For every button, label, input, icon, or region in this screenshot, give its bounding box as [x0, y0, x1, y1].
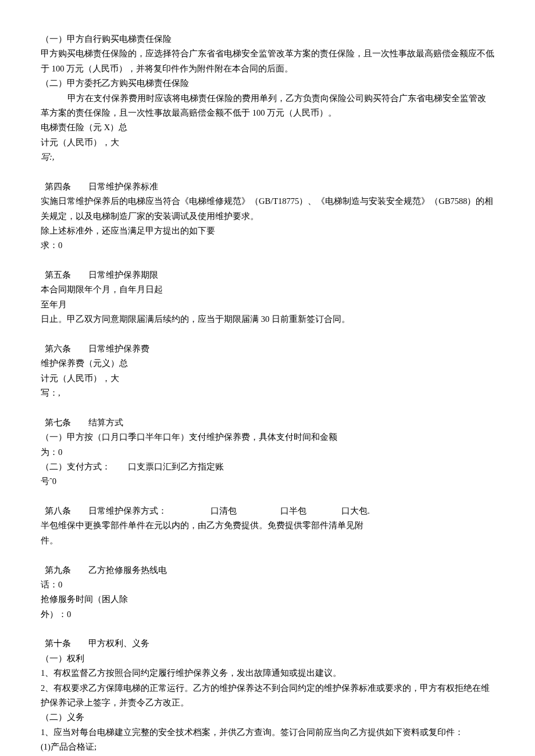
article-5-title: 日常维护保养期限 [88, 270, 158, 280]
article-7-body-4: 号ˆ0 [41, 474, 494, 489]
spacer [71, 415, 88, 430]
option-qingbao: 口清包 [211, 506, 237, 515]
spacer [71, 504, 88, 518]
article-9-title: 乙方抢修服务热线电 [88, 565, 167, 575]
article-9-body-1: 话：0 [41, 578, 494, 592]
para-1-4: 甲方在支付保养费用时应该将电梯责任保险的费用单列，乙方负责向保险公司购买符合广东… [41, 91, 494, 121]
article-8-title: 日常维护保养方式： [88, 506, 167, 515]
para-insurance-total-2: 计元（人民币），大 [41, 135, 494, 150]
article-10-duties-heading: （二）义务 [41, 710, 494, 725]
article-4-body-2: 除上述标准外，还应当满足甲方提出的如下要 [41, 224, 494, 238]
article-5-number: 第五条 [45, 270, 71, 280]
article-8-heading: 第八条 日常维护保养方式： 口清包 口半包 口大包. [41, 489, 494, 519]
article-6-body-2: 计元（人民币），大 [41, 371, 494, 386]
article-7-body-3: （二）支付方式： 口支票口汇到乙方指定账 [41, 460, 494, 474]
article-6-body-1: 维护保养费（元义）总 [41, 356, 494, 371]
spacer [167, 504, 211, 518]
spacer [71, 180, 88, 194]
article-7-body-1: （一）甲方按（口月口季口半年口年）支付维护保养费，具体支付时间和金额 [41, 430, 494, 445]
article-4-body-3: 求：0 [41, 238, 494, 253]
doc-list-item-1: (1)产品合格证; [41, 740, 494, 754]
article-10-duties-1: 1、应当对每台电梯建立完整的安全技术档案，并供乙方查询。签订合同前应当向乙方提供… [41, 725, 494, 740]
article-9-body-3: 外）：0 [41, 607, 494, 622]
para-1-3: （二）甲方委托乙方购买电梯责任保险 [41, 76, 494, 91]
article-6-title: 日常维护保养费 [88, 344, 149, 353]
article-7-heading: 第七条 结算方式 [41, 400, 494, 430]
spacer [71, 563, 88, 578]
article-4-title: 日常维护保养标准 [88, 182, 158, 191]
article-10-rights-heading: （一）权利 [41, 651, 494, 666]
article-7-number: 第七条 [45, 418, 71, 427]
option-dabao: 口大包. [341, 506, 370, 515]
article-5-body-2: 至年月 [41, 298, 494, 312]
article-6-heading: 第六条 日常维护保养费 [41, 327, 494, 357]
spacer [71, 636, 88, 651]
para-1-2: 甲方购买电梯责任保险的，应选择符合广东省省电梯安全监管改革方案的责任保险，且一次… [41, 46, 494, 76]
article-5-body-3: 日止。甲乙双方同意期限届满后续约的，应当于期限届满 30 日前重新签订合同。 [41, 312, 494, 327]
article-10-title: 甲方权利、义务 [88, 639, 149, 648]
article-10-rights-2: 2、有权要求乙方保障电梯的正常运行。乙方的维护保养达不到合同约定的维护保养标准或… [41, 681, 494, 711]
para-insurance-total-3: 写:, [41, 150, 494, 164]
article-10-number: 第十条 [45, 639, 71, 648]
spacer [306, 504, 341, 518]
article-8-number: 第八条 [45, 506, 71, 515]
article-4-body-1: 实施日常维护保养后的电梯应当符合《电梯维修规范》（GB/T18775）、《电梯制… [41, 194, 494, 224]
article-10-heading: 第十条 甲方权利、义务 [41, 622, 494, 651]
article-7-body-2: 为：0 [41, 445, 494, 460]
article-9-heading: 第九条 乙方抢修服务热线电 [41, 548, 494, 578]
para-1-1: （一）甲方自行购买电梯责任保险 [41, 32, 494, 46]
article-8-body-1: 半包维保中更换零部件单件在元以内的，由乙方免费提供。免费提供零部件清单见附 [41, 518, 494, 533]
article-9-number: 第九条 [45, 565, 71, 575]
spacer [237, 504, 280, 518]
para-insurance-total-1: 电梯责任险（元 X）总 [41, 120, 494, 135]
spacer [71, 342, 88, 356]
article-7-title: 结算方式 [88, 418, 123, 427]
article-5-heading: 第五条 日常维护保养期限 [41, 253, 494, 283]
article-4-heading: 第四条 日常维护保养标准 [41, 164, 494, 194]
article-8-body-2: 件。 [41, 533, 494, 548]
article-10-rights-1: 1、有权监督乙方按照合同约定履行维护保养义务，发出故障通知或提出建议。 [41, 666, 494, 680]
article-6-number: 第六条 [45, 344, 71, 353]
article-4-number: 第四条 [45, 182, 71, 191]
option-banbao: 口半包 [280, 506, 306, 515]
article-9-body-2: 抢修服务时间（困人除 [41, 592, 494, 607]
spacer [71, 268, 88, 282]
article-6-body-3: 写：, [41, 386, 494, 400]
article-5-body-1: 本合同期限年个月，自年月日起 [41, 282, 494, 297]
